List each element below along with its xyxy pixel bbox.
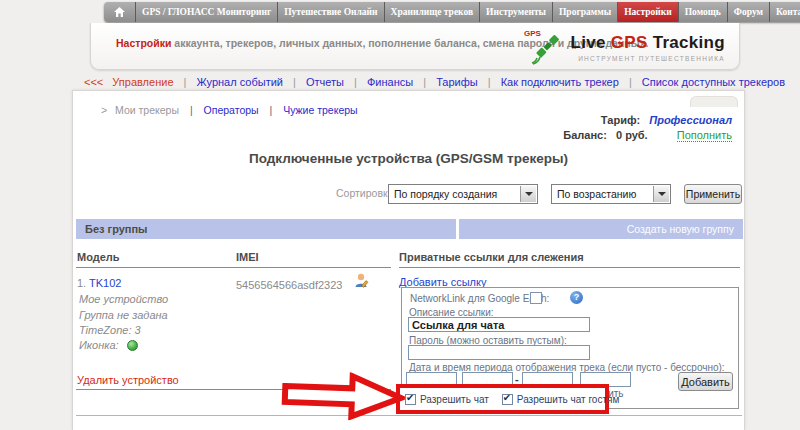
tracker-tabs: > Мои трекеры | Операторы | Чужие трекер… [101,104,358,116]
subnav-event-log[interactable]: Журнал событий [196,76,282,88]
nav-item-travel-online[interactable]: Путешествие Онлайн [278,2,384,22]
allow-chat-guests-label: Разрешить чат гостям [517,394,619,405]
chat-options-highlight: Разрешить чат Разрешить чат гостям [396,384,609,414]
device-name: Мое устройство [79,293,168,305]
red-arrow-annotation-icon [280,370,406,422]
nav-item-help[interactable]: Помощь [679,2,728,22]
brand-title: Live GPS Tracking [571,33,725,53]
tariff-label: Тариф: [601,114,640,126]
main-content: > Мои трекеры | Операторы | Чужие трекер… [72,90,745,430]
subnav-finance[interactable]: Финансы [367,76,413,88]
separator: | [629,76,632,88]
subnav-how-to-connect[interactable]: Как подключить трекер [501,76,619,88]
column-header-imei: IMEI [236,251,259,263]
separator: | [190,104,193,116]
device-imei: 5456564566asdf2323 [236,279,342,291]
separator: | [270,104,273,116]
device-index: 1. [77,277,86,289]
allow-chat-label: Разрешить чат [420,394,489,405]
brand-tracking: Tracking [653,33,725,52]
separator: | [423,76,426,88]
help-icon[interactable] [570,291,583,304]
chevron-down-icon[interactable] [520,186,536,202]
icon-label: Иконка: [79,339,119,351]
nav-item-monitoring[interactable]: GPS / ГЛОНАСС Мониторинг [136,2,278,22]
device-model-row: 1. TK102 [77,277,121,289]
tab-operators[interactable]: Операторы [204,104,259,116]
corner-tab [690,96,738,107]
separator: | [184,76,187,88]
group-name-bar: Без группы [76,219,456,239]
gps-tracking-settings-page: GPS / ГЛОНАСС Мониторинг Путешествие Онл… [0,0,800,430]
device-group: Группа не задана [79,309,168,321]
allow-chat-guests-checkbox[interactable] [502,394,513,405]
column-header-model: Модель [77,251,120,263]
nav-item-track-storage[interactable]: Хранилище треков [385,2,481,22]
networklink-label: NetworkLink для Google Earth: [410,293,549,304]
svg-text:GPS: GPS [524,29,542,38]
tariff-row: Тариф: Профессионал [563,113,732,128]
description-input[interactable] [408,317,590,332]
chevron-down-icon[interactable] [653,186,669,202]
separator: | [293,76,296,88]
sort-direction-value: По возрастанию [557,188,636,200]
add-button[interactable]: Добавить [678,372,733,391]
device-icon-row: Иконка: [79,339,138,351]
nav-item-forum[interactable]: Форум [728,2,770,22]
tab-foreign-trackers[interactable]: Чужие трекеры [283,104,357,116]
brand-text: Live GPS Tracking ИНСТРУМЕНТ ПУТЕШЕСТВЕН… [571,27,725,62]
separator: | [488,76,491,88]
tab-my-trackers: Мои трекеры [115,104,179,116]
top-navigation: GPS / ГЛОНАСС Мониторинг Путешествие Онл… [104,2,800,22]
brand-gps: GPS [611,33,648,52]
networklink-checkbox[interactable] [530,292,542,304]
nav-item-tools[interactable]: Инструменты [480,2,553,22]
sub-navigation: <<< Управление | Журнал событий | Отчеты… [84,76,785,88]
sort-order-value: По порядку создания [394,188,497,200]
nav-item-contacts[interactable]: Контакты [770,2,800,22]
status-dot-icon[interactable] [127,340,138,351]
balance-row: Баланс: 0 руб. Пополнить [563,128,732,143]
subnav-reports[interactable]: Отчеты [306,76,344,88]
device-model-link[interactable]: TK102 [89,277,121,289]
header-underline [399,267,740,268]
account-info: Тариф: Профессионал Баланс: 0 руб. Попол… [563,113,732,143]
balance-label: Баланс: [563,129,607,141]
allow-chat-checkbox[interactable] [405,394,416,405]
nav-item-settings[interactable]: Настройки [618,2,679,22]
header-underline [76,267,391,268]
subnav-tariffs[interactable]: Тарифы [436,76,478,88]
brand-tagline: ИНСТРУМЕНТ ПУТЕШЕСТВЕННИКА [571,55,725,62]
page-title: Подключенные устройства (GPS/GSM трекеры… [73,151,744,166]
create-group-link[interactable]: Создать новую группу [459,219,743,239]
home-button[interactable] [104,2,136,22]
back-link[interactable]: <<< [84,76,103,88]
password-input[interactable] [408,345,590,360]
edit-user-icon[interactable] [353,272,370,289]
home-icon [114,7,125,18]
device-timezone: TimeZone: 3 [79,324,141,336]
separator: | [354,76,357,88]
brand-logo: GPS Live GPS Tracking ИНСТРУМЕНТ ПУТЕШЕС… [523,27,725,65]
balance-value: 0 руб. [616,129,648,141]
column-header-links: Приватные ссылки для слежения [399,251,584,263]
notice-highlight: Настройки [116,37,171,49]
apply-button[interactable]: Применить [684,184,742,204]
satellite-icon: GPS [523,27,565,65]
subnav-available-trackers[interactable]: Список доступных трекеров [642,76,785,88]
sort-direction-select[interactable]: По возрастанию [551,184,671,204]
current-marker: > [101,104,107,116]
nav-item-programs[interactable]: Программы [553,2,618,22]
topup-link[interactable]: Пополнить [677,129,732,142]
subnav-management[interactable]: Управление [112,76,173,88]
brand-live: Live [571,33,606,52]
header-strip: Настройки аккаунта, трекеров, личных дан… [90,23,740,70]
sort-order-select[interactable]: По порядку создания [388,184,538,204]
tariff-value[interactable]: Профессионал [649,114,732,126]
row-divider [76,415,742,416]
delete-device-link[interactable]: Удалить устройство [77,374,179,386]
